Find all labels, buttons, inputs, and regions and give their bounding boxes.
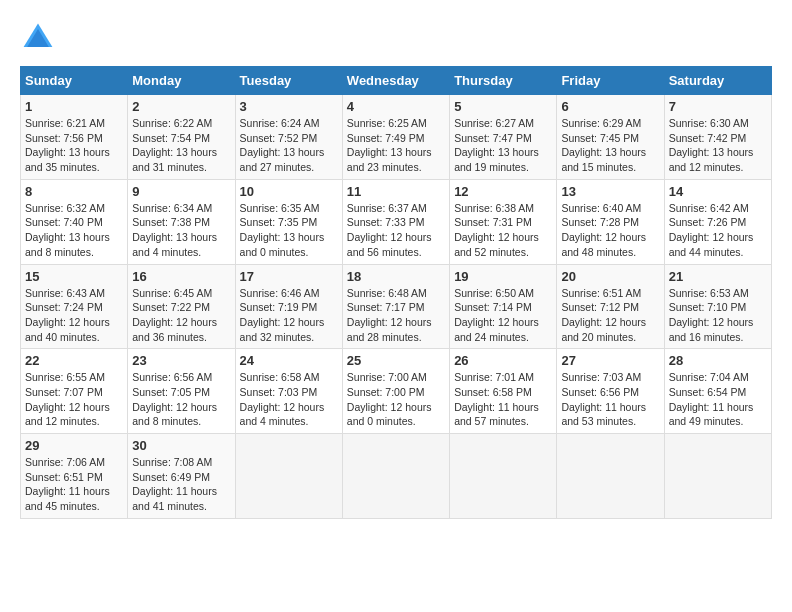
calendar-cell: 20Sunrise: 6:51 AM Sunset: 7:12 PM Dayli… [557,264,664,349]
calendar-cell: 12Sunrise: 6:38 AM Sunset: 7:31 PM Dayli… [450,179,557,264]
calendar-week-3: 15Sunrise: 6:43 AM Sunset: 7:24 PM Dayli… [21,264,772,349]
day-number: 30 [132,438,230,453]
calendar-week-2: 8Sunrise: 6:32 AM Sunset: 7:40 PM Daylig… [21,179,772,264]
calendar-week-5: 29Sunrise: 7:06 AM Sunset: 6:51 PM Dayli… [21,434,772,519]
day-info: Sunrise: 6:22 AM Sunset: 7:54 PM Dayligh… [132,116,230,175]
calendar-cell: 5Sunrise: 6:27 AM Sunset: 7:47 PM Daylig… [450,95,557,180]
day-info: Sunrise: 6:53 AM Sunset: 7:10 PM Dayligh… [669,286,767,345]
day-info: Sunrise: 6:32 AM Sunset: 7:40 PM Dayligh… [25,201,123,260]
day-number: 10 [240,184,338,199]
day-info: Sunrise: 6:29 AM Sunset: 7:45 PM Dayligh… [561,116,659,175]
calendar-cell [450,434,557,519]
calendar-week-4: 22Sunrise: 6:55 AM Sunset: 7:07 PM Dayli… [21,349,772,434]
day-number: 19 [454,269,552,284]
day-number: 23 [132,353,230,368]
logo-icon [20,20,56,56]
day-number: 21 [669,269,767,284]
calendar-cell: 26Sunrise: 7:01 AM Sunset: 6:58 PM Dayli… [450,349,557,434]
day-number: 12 [454,184,552,199]
day-number: 11 [347,184,445,199]
day-number: 27 [561,353,659,368]
day-info: Sunrise: 6:35 AM Sunset: 7:35 PM Dayligh… [240,201,338,260]
calendar-cell: 13Sunrise: 6:40 AM Sunset: 7:28 PM Dayli… [557,179,664,264]
day-info: Sunrise: 6:30 AM Sunset: 7:42 PM Dayligh… [669,116,767,175]
day-header-monday: Monday [128,67,235,95]
calendar-cell: 19Sunrise: 6:50 AM Sunset: 7:14 PM Dayli… [450,264,557,349]
calendar-cell: 28Sunrise: 7:04 AM Sunset: 6:54 PM Dayli… [664,349,771,434]
day-number: 18 [347,269,445,284]
day-number: 5 [454,99,552,114]
day-info: Sunrise: 6:40 AM Sunset: 7:28 PM Dayligh… [561,201,659,260]
calendar-header-row: SundayMondayTuesdayWednesdayThursdayFrid… [21,67,772,95]
day-info: Sunrise: 6:55 AM Sunset: 7:07 PM Dayligh… [25,370,123,429]
day-number: 7 [669,99,767,114]
day-number: 15 [25,269,123,284]
day-number: 16 [132,269,230,284]
calendar-cell [342,434,449,519]
day-number: 22 [25,353,123,368]
day-header-sunday: Sunday [21,67,128,95]
calendar-cell: 9Sunrise: 6:34 AM Sunset: 7:38 PM Daylig… [128,179,235,264]
day-number: 13 [561,184,659,199]
calendar-cell: 23Sunrise: 6:56 AM Sunset: 7:05 PM Dayli… [128,349,235,434]
day-info: Sunrise: 7:08 AM Sunset: 6:49 PM Dayligh… [132,455,230,514]
day-number: 4 [347,99,445,114]
calendar-cell: 18Sunrise: 6:48 AM Sunset: 7:17 PM Dayli… [342,264,449,349]
day-info: Sunrise: 6:25 AM Sunset: 7:49 PM Dayligh… [347,116,445,175]
day-number: 26 [454,353,552,368]
logo [20,20,62,56]
calendar-week-1: 1Sunrise: 6:21 AM Sunset: 7:56 PM Daylig… [21,95,772,180]
calendar-cell: 15Sunrise: 6:43 AM Sunset: 7:24 PM Dayli… [21,264,128,349]
day-number: 8 [25,184,123,199]
calendar-cell: 1Sunrise: 6:21 AM Sunset: 7:56 PM Daylig… [21,95,128,180]
day-info: Sunrise: 6:43 AM Sunset: 7:24 PM Dayligh… [25,286,123,345]
day-info: Sunrise: 6:50 AM Sunset: 7:14 PM Dayligh… [454,286,552,345]
day-info: Sunrise: 6:21 AM Sunset: 7:56 PM Dayligh… [25,116,123,175]
day-info: Sunrise: 7:01 AM Sunset: 6:58 PM Dayligh… [454,370,552,429]
calendar-cell: 22Sunrise: 6:55 AM Sunset: 7:07 PM Dayli… [21,349,128,434]
calendar-cell: 7Sunrise: 6:30 AM Sunset: 7:42 PM Daylig… [664,95,771,180]
day-header-tuesday: Tuesday [235,67,342,95]
calendar-cell [557,434,664,519]
page-header [20,20,772,56]
calendar-table: SundayMondayTuesdayWednesdayThursdayFrid… [20,66,772,519]
calendar-cell: 4Sunrise: 6:25 AM Sunset: 7:49 PM Daylig… [342,95,449,180]
day-info: Sunrise: 7:03 AM Sunset: 6:56 PM Dayligh… [561,370,659,429]
day-info: Sunrise: 6:34 AM Sunset: 7:38 PM Dayligh… [132,201,230,260]
day-number: 24 [240,353,338,368]
day-number: 29 [25,438,123,453]
day-info: Sunrise: 6:48 AM Sunset: 7:17 PM Dayligh… [347,286,445,345]
day-number: 1 [25,99,123,114]
day-info: Sunrise: 7:00 AM Sunset: 7:00 PM Dayligh… [347,370,445,429]
day-number: 17 [240,269,338,284]
calendar-cell: 10Sunrise: 6:35 AM Sunset: 7:35 PM Dayli… [235,179,342,264]
calendar-cell: 21Sunrise: 6:53 AM Sunset: 7:10 PM Dayli… [664,264,771,349]
day-info: Sunrise: 6:24 AM Sunset: 7:52 PM Dayligh… [240,116,338,175]
day-info: Sunrise: 6:45 AM Sunset: 7:22 PM Dayligh… [132,286,230,345]
day-info: Sunrise: 6:46 AM Sunset: 7:19 PM Dayligh… [240,286,338,345]
day-info: Sunrise: 6:58 AM Sunset: 7:03 PM Dayligh… [240,370,338,429]
day-number: 28 [669,353,767,368]
calendar-cell [235,434,342,519]
calendar-cell: 2Sunrise: 6:22 AM Sunset: 7:54 PM Daylig… [128,95,235,180]
day-header-friday: Friday [557,67,664,95]
calendar-cell: 3Sunrise: 6:24 AM Sunset: 7:52 PM Daylig… [235,95,342,180]
calendar-cell [664,434,771,519]
day-number: 2 [132,99,230,114]
day-number: 6 [561,99,659,114]
calendar-cell: 25Sunrise: 7:00 AM Sunset: 7:00 PM Dayli… [342,349,449,434]
calendar-cell: 24Sunrise: 6:58 AM Sunset: 7:03 PM Dayli… [235,349,342,434]
day-number: 20 [561,269,659,284]
day-number: 9 [132,184,230,199]
day-header-saturday: Saturday [664,67,771,95]
day-header-thursday: Thursday [450,67,557,95]
calendar-cell: 29Sunrise: 7:06 AM Sunset: 6:51 PM Dayli… [21,434,128,519]
calendar-cell: 30Sunrise: 7:08 AM Sunset: 6:49 PM Dayli… [128,434,235,519]
calendar-cell: 6Sunrise: 6:29 AM Sunset: 7:45 PM Daylig… [557,95,664,180]
calendar-cell: 8Sunrise: 6:32 AM Sunset: 7:40 PM Daylig… [21,179,128,264]
calendar-cell: 11Sunrise: 6:37 AM Sunset: 7:33 PM Dayli… [342,179,449,264]
day-info: Sunrise: 6:27 AM Sunset: 7:47 PM Dayligh… [454,116,552,175]
day-info: Sunrise: 7:04 AM Sunset: 6:54 PM Dayligh… [669,370,767,429]
calendar-cell: 27Sunrise: 7:03 AM Sunset: 6:56 PM Dayli… [557,349,664,434]
day-info: Sunrise: 6:56 AM Sunset: 7:05 PM Dayligh… [132,370,230,429]
